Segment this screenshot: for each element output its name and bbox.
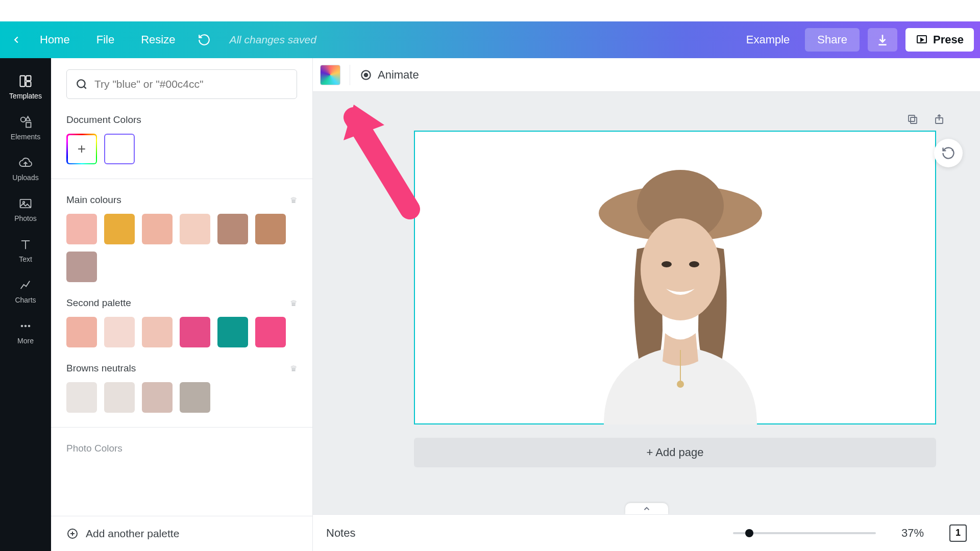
undo-button[interactable] — [188, 33, 220, 46]
search-icon — [75, 78, 88, 91]
color-swatch[interactable] — [142, 382, 173, 413]
color-swatch[interactable] — [104, 317, 135, 347]
left-nav-rail: Templates Elements Uploads Photos Text C… — [0, 58, 51, 551]
top-menu-bar: Home File Resize All changes saved Examp… — [0, 21, 980, 58]
main-colours-heading: Main colours♛ — [66, 194, 297, 206]
svg-point-23 — [677, 381, 684, 388]
svg-point-20 — [641, 218, 720, 320]
svg-rect-5 — [26, 122, 31, 127]
zoom-value: 37% — [901, 527, 924, 540]
elements-tab[interactable]: Elements — [0, 107, 51, 148]
photos-icon — [18, 196, 33, 211]
color-swatch[interactable] — [104, 382, 135, 413]
chevron-left-icon — [11, 34, 22, 45]
color-swatch[interactable] — [66, 317, 97, 347]
download-button[interactable] — [868, 28, 897, 52]
text-tab[interactable]: Text — [0, 230, 51, 270]
browns-neutrals-heading: Browns neutrals♛ — [66, 363, 297, 374]
uploads-tab[interactable]: Uploads — [0, 148, 51, 189]
photo-content[interactable] — [573, 157, 788, 424]
color-panel: Document Colors + Main colours♛ Second p… — [51, 58, 313, 551]
color-swatch[interactable] — [217, 317, 248, 347]
background-color-button[interactable] — [320, 65, 340, 85]
color-swatch[interactable] — [217, 214, 248, 244]
canvas-page[interactable] — [414, 131, 936, 424]
color-swatch[interactable] — [255, 214, 286, 244]
color-swatch[interactable] — [142, 317, 173, 347]
duplicate-icon — [906, 113, 919, 126]
export-icon — [933, 113, 945, 126]
color-swatch[interactable] — [180, 382, 210, 413]
save-status: All changes saved — [220, 34, 316, 46]
regenerate-button[interactable] — [934, 139, 963, 167]
chevron-up-icon — [642, 504, 651, 513]
export-page-button[interactable] — [932, 112, 946, 127]
color-swatch[interactable] — [255, 317, 286, 347]
doc-colors-heading: Document Colors — [66, 114, 297, 126]
charts-label: Charts — [15, 296, 36, 304]
file-menu[interactable]: File — [83, 33, 128, 46]
svg-rect-1 — [20, 76, 25, 87]
present-button[interactable]: Prese — [905, 28, 974, 52]
zoom-thumb[interactable] — [745, 529, 753, 537]
color-swatch[interactable] — [180, 317, 210, 347]
expand-timeline-handle[interactable] — [625, 503, 668, 514]
second-palette-heading: Second palette♛ — [66, 297, 297, 309]
canvas-area: + Add page — [313, 92, 980, 514]
undo-icon — [198, 33, 211, 46]
doc-color-white[interactable] — [104, 134, 135, 164]
animate-button[interactable]: Animate — [359, 68, 419, 82]
add-palette-button[interactable]: Add another palette — [51, 516, 312, 551]
color-search-input[interactable] — [94, 78, 288, 90]
animate-icon — [359, 68, 373, 82]
text-icon — [18, 237, 33, 252]
zoom-slider[interactable] — [733, 532, 876, 534]
svg-point-4 — [21, 117, 26, 122]
elements-icon — [18, 115, 33, 129]
crown-icon: ♛ — [290, 298, 297, 308]
crown-icon: ♛ — [290, 364, 297, 373]
uploads-icon — [18, 156, 33, 170]
notes-button[interactable]: Notes — [326, 527, 355, 540]
color-swatch[interactable] — [66, 214, 97, 244]
photo-colors-heading: Photo Colors — [66, 443, 297, 454]
present-icon — [916, 34, 928, 46]
add-palette-icon — [66, 528, 79, 540]
color-swatch[interactable] — [104, 214, 135, 244]
elements-label: Elements — [11, 133, 40, 141]
more-icon — [18, 319, 33, 333]
photos-tab[interactable]: Photos — [0, 189, 51, 230]
svg-point-9 — [24, 325, 27, 328]
design-title[interactable]: Example — [735, 33, 801, 46]
color-swatch[interactable] — [180, 214, 210, 244]
add-color-button[interactable]: + — [66, 134, 97, 164]
crown-icon: ♛ — [290, 195, 297, 205]
svg-point-21 — [662, 261, 672, 267]
arrow-annotation — [328, 97, 425, 224]
duplicate-page-button[interactable] — [905, 112, 920, 127]
present-label: Prese — [933, 33, 964, 46]
color-search[interactable] — [66, 69, 297, 99]
svg-point-10 — [28, 325, 31, 328]
add-page-button[interactable]: + Add page — [414, 438, 936, 467]
charts-tab[interactable]: Charts — [0, 270, 51, 311]
svg-point-11 — [77, 80, 85, 87]
refresh-icon — [941, 146, 955, 160]
home-menu[interactable]: Home — [27, 33, 83, 46]
back-button[interactable] — [6, 34, 27, 45]
share-button[interactable]: Share — [805, 28, 860, 52]
templates-tab[interactable]: Templates — [0, 66, 51, 107]
download-icon — [876, 33, 889, 46]
color-swatch[interactable] — [66, 252, 97, 282]
resize-menu[interactable]: Resize — [128, 33, 188, 46]
svg-rect-16 — [909, 115, 915, 121]
svg-point-8 — [21, 325, 23, 328]
color-swatch[interactable] — [142, 214, 173, 244]
color-swatch[interactable] — [66, 382, 97, 413]
more-label: More — [17, 337, 34, 345]
charts-icon — [18, 278, 33, 292]
bottom-bar: Notes 37% 1 — [313, 514, 980, 551]
more-tab[interactable]: More — [0, 311, 51, 352]
templates-icon — [18, 74, 33, 88]
page-count-button[interactable]: 1 — [949, 524, 967, 542]
